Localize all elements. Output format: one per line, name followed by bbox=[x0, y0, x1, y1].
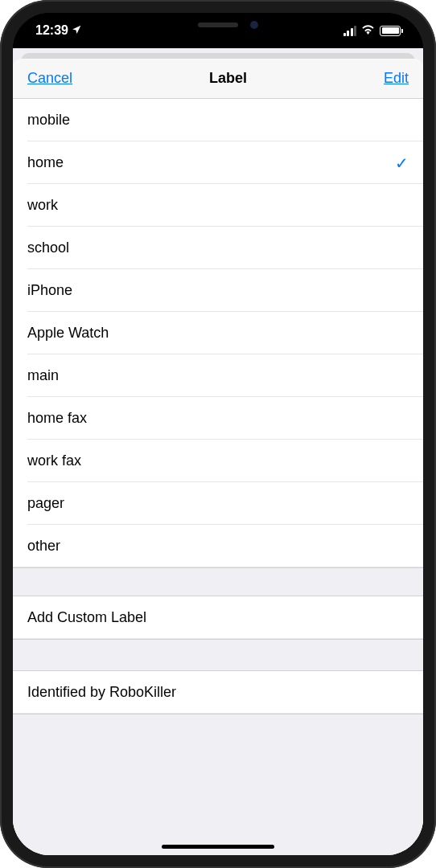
label-text: work fax bbox=[27, 452, 81, 469]
label-option-school[interactable]: school bbox=[13, 227, 423, 269]
page-title: Label bbox=[209, 70, 247, 87]
label-option-main[interactable]: main bbox=[13, 354, 423, 397]
label-text: iPhone bbox=[27, 282, 72, 299]
label-option-iphone[interactable]: iPhone bbox=[13, 269, 423, 312]
wifi-icon bbox=[361, 23, 375, 38]
navigation-bar: Cancel Label Edit bbox=[13, 59, 423, 99]
cellular-signal-icon bbox=[343, 26, 357, 36]
phone-screen: 12:39 bbox=[13, 13, 423, 855]
modal-sheet: Cancel Label Edit mobilehome✓workschooli… bbox=[13, 59, 423, 855]
edit-button[interactable]: Edit bbox=[384, 70, 409, 87]
custom-label-section: Add Custom Label bbox=[13, 596, 423, 639]
battery-icon bbox=[380, 26, 401, 36]
speaker bbox=[198, 23, 238, 27]
label-text: Apple Watch bbox=[27, 325, 109, 342]
label-text: home bbox=[27, 154, 64, 171]
extra-section: Identified by RoboKiller bbox=[13, 671, 423, 714]
label-option-home[interactable]: home✓ bbox=[13, 141, 423, 184]
label-option-other[interactable]: other bbox=[13, 525, 423, 567]
label-text: home fax bbox=[27, 410, 87, 427]
list-container[interactable]: mobilehome✓workschooliPhoneApple Watchma… bbox=[13, 99, 423, 855]
label-text: school bbox=[27, 240, 69, 256]
section-separator bbox=[13, 639, 423, 671]
label-option-work[interactable]: work bbox=[13, 184, 423, 227]
label-text: work bbox=[27, 197, 58, 214]
label-option-apple-watch[interactable]: Apple Watch bbox=[13, 312, 423, 354]
status-time: 12:39 bbox=[35, 23, 68, 38]
labels-section: mobilehome✓workschooliPhoneApple Watchma… bbox=[13, 99, 423, 567]
checkmark-icon: ✓ bbox=[395, 154, 409, 173]
label-option-home-fax[interactable]: home fax bbox=[13, 397, 423, 440]
label-text: other bbox=[27, 538, 60, 555]
label-option-pager[interactable]: pager bbox=[13, 482, 423, 525]
label-option-work-fax[interactable]: work fax bbox=[13, 440, 423, 482]
screen-content: Cancel Label Edit mobilehome✓workschooli… bbox=[13, 48, 423, 855]
label-option-mobile[interactable]: mobile bbox=[13, 99, 423, 141]
label-text: mobile bbox=[27, 112, 70, 129]
cancel-button[interactable]: Cancel bbox=[27, 70, 72, 87]
phone-frame: 12:39 bbox=[0, 0, 436, 868]
label-text: pager bbox=[27, 495, 64, 512]
add-custom-label-text: Add Custom Label bbox=[27, 609, 146, 626]
notch bbox=[134, 13, 302, 37]
section-separator bbox=[13, 714, 423, 762]
identified-by-item[interactable]: Identified by RoboKiller bbox=[13, 671, 423, 714]
section-separator bbox=[13, 567, 423, 596]
location-icon bbox=[72, 24, 82, 37]
home-indicator[interactable] bbox=[162, 845, 274, 849]
label-text: main bbox=[27, 367, 59, 384]
add-custom-label-button[interactable]: Add Custom Label bbox=[13, 596, 423, 639]
front-camera bbox=[250, 21, 258, 29]
identified-by-text: Identified by RoboKiller bbox=[27, 684, 176, 701]
